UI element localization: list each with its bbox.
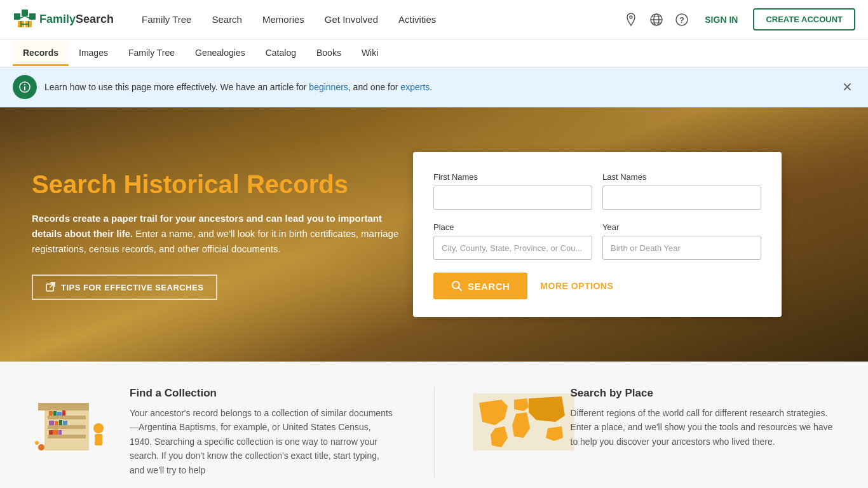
sub-nav-catalog[interactable]: Catalog (255, 41, 306, 66)
svg-point-40 (93, 423, 104, 433)
divider (434, 387, 435, 477)
last-names-group: Last Names (602, 172, 761, 210)
svg-point-19 (24, 84, 25, 85)
svg-line-21 (50, 283, 55, 287)
world-map-illustration (473, 387, 574, 457)
close-icon[interactable]: ✕ (839, 77, 855, 97)
hero-title: Search Historical Records (32, 169, 413, 200)
svg-rect-30 (53, 411, 57, 416)
svg-rect-41 (95, 434, 102, 445)
year-group: Year (602, 222, 761, 260)
main-nav: Family Tree Search Memories Get Involved… (133, 9, 623, 30)
logo[interactable]: FamilySearch (13, 8, 114, 31)
header-right: ? SIGN IN CREATE ACCOUNT (623, 8, 855, 30)
svg-rect-1 (22, 10, 28, 16)
sub-nav-wiki[interactable]: Wiki (351, 41, 388, 66)
svg-line-23 (459, 288, 462, 291)
svg-rect-31 (57, 412, 62, 416)
svg-rect-27 (48, 425, 86, 429)
nav-memories[interactable]: Memories (254, 9, 313, 30)
info-icon (13, 75, 37, 99)
svg-point-42 (38, 444, 44, 451)
search-actions: SEARCH MORE OPTIONS (433, 273, 761, 299)
search-icon (451, 280, 463, 292)
location-icon[interactable] (623, 12, 639, 27)
first-names-label: First Names (433, 172, 592, 182)
first-names-input[interactable] (433, 186, 592, 210)
place-group: Place (433, 222, 592, 260)
svg-rect-36 (63, 421, 67, 425)
svg-rect-29 (49, 411, 53, 416)
find-collection-col: Find a Collection Your ancestor's record… (32, 387, 396, 477)
place-input[interactable] (433, 236, 592, 260)
lower-section: Find a Collection Your ancestor's record… (0, 362, 868, 488)
sign-in-button[interactable]: SIGN IN (700, 12, 743, 27)
year-input[interactable] (602, 236, 761, 260)
hero-content: Search Historical Records Records create… (32, 169, 413, 300)
svg-point-43 (35, 441, 39, 445)
hero-subtitle: Records create a paper trail for your an… (32, 211, 413, 257)
search-by-place-title: Search by Place (571, 387, 837, 400)
collection-illustration (32, 387, 114, 457)
find-collection-body: Your ancestor's record belongs to a coll… (130, 406, 396, 477)
last-names-input[interactable] (602, 186, 761, 210)
year-label: Year (602, 222, 761, 232)
svg-rect-32 (62, 410, 65, 416)
world-map-icon-area (473, 387, 555, 459)
svg-rect-38 (53, 430, 58, 435)
sub-nav-images[interactable]: Images (69, 41, 118, 66)
nav-search[interactable]: Search (203, 9, 251, 30)
search-card: First Names Last Names Place Year (413, 152, 782, 317)
more-options-link[interactable]: MORE OPTIONS (540, 281, 613, 291)
svg-rect-25 (38, 403, 89, 410)
svg-rect-34 (55, 421, 58, 425)
beginners-link[interactable]: beginners (309, 82, 348, 92)
search-by-place-col: Search by Place Different regions of the… (473, 387, 837, 477)
find-collection-text: Find a Collection Your ancestor's record… (130, 387, 396, 477)
last-names-label: Last Names (602, 172, 761, 182)
experts-link[interactable]: experts (400, 82, 430, 92)
nav-activities[interactable]: Activities (390, 9, 445, 30)
sub-nav-books[interactable]: Books (306, 41, 351, 66)
svg-rect-37 (49, 430, 53, 435)
svg-rect-28 (48, 435, 86, 438)
first-names-group: First Names (433, 172, 592, 210)
logo-text: FamilySearch (39, 13, 114, 26)
sub-nav: Records Images Family Tree Genealogies C… (0, 39, 868, 67)
place-year-row: Place Year (433, 222, 761, 260)
svg-rect-33 (49, 421, 54, 425)
tips-button[interactable]: TIPS FOR EFFECTIVE SEARCHES (32, 274, 217, 300)
create-account-button[interactable]: CREATE ACCOUNT (753, 8, 855, 30)
help-icon[interactable]: ? (674, 12, 689, 27)
sub-nav-family-tree[interactable]: Family Tree (118, 41, 185, 66)
find-collection-title: Find a Collection (130, 387, 396, 400)
search-by-place-body: Different regions of the world call for … (571, 406, 837, 449)
globe-icon[interactable] (649, 12, 664, 27)
svg-rect-39 (58, 430, 62, 435)
collection-icon-area (32, 387, 114, 459)
logo-icon (13, 8, 36, 31)
info-banner: Learn how to use this page more effectiv… (0, 67, 868, 107)
sub-nav-genealogies[interactable]: Genealogies (185, 41, 255, 66)
svg-rect-26 (48, 416, 86, 419)
hero-section: Search Historical Records Records create… (0, 107, 868, 362)
svg-rect-35 (59, 420, 62, 425)
place-label: Place (433, 222, 592, 232)
info-banner-text: Learn how to use this page more effectiv… (44, 82, 832, 92)
main-header: FamilySearch Family Tree Search Memories… (0, 0, 868, 39)
name-row: First Names Last Names (433, 172, 761, 210)
external-link-icon (46, 282, 56, 292)
search-button[interactable]: SEARCH (433, 273, 527, 299)
sub-nav-records[interactable]: Records (13, 41, 69, 66)
nav-get-involved[interactable]: Get Involved (316, 9, 387, 30)
search-by-place-text: Search by Place Different regions of the… (571, 387, 837, 449)
svg-text:?: ? (679, 15, 684, 24)
nav-family-tree[interactable]: Family Tree (133, 9, 200, 30)
